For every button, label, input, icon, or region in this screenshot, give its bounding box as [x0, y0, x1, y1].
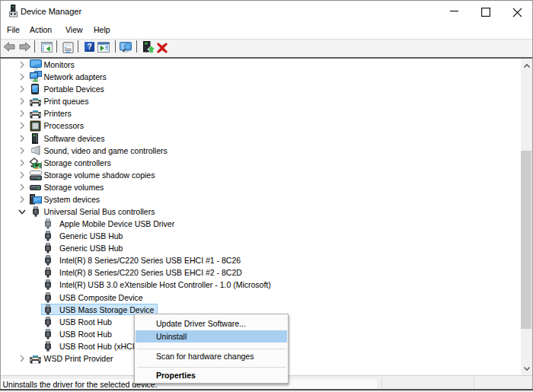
svg-text:?: ?	[87, 42, 91, 51]
